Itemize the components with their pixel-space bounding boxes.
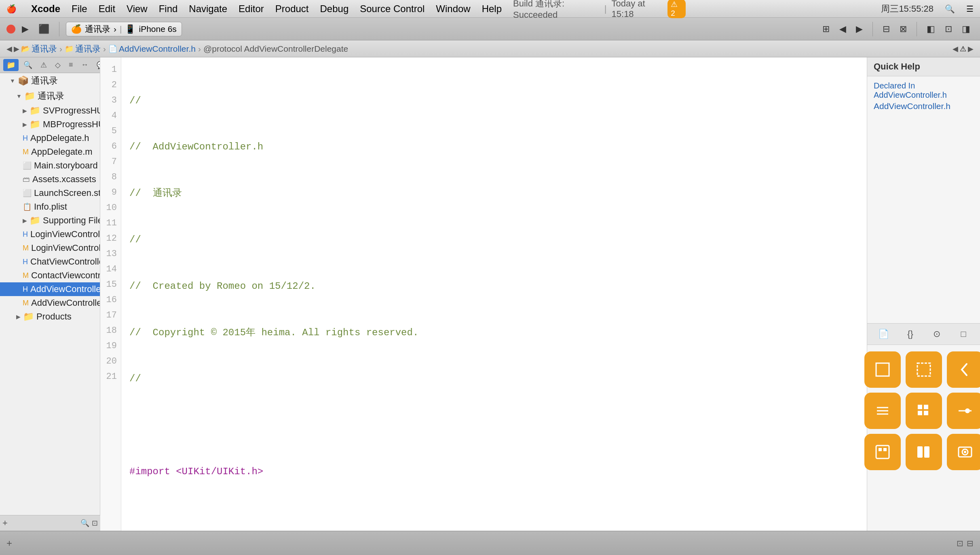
menu-file[interactable]: File xyxy=(72,3,87,15)
tab-reports[interactable]: 💬 xyxy=(93,59,100,71)
forward-button[interactable]: ▶ xyxy=(853,22,866,36)
hide-navigator-button[interactable]: ◧ xyxy=(923,22,938,36)
menu-window[interactable]: Window xyxy=(436,3,470,15)
ui-element-2[interactable] xyxy=(906,351,942,388)
square-icon xyxy=(874,361,891,378)
menu-editor[interactable]: Editor xyxy=(239,3,264,15)
attributes-inspector-icon[interactable]: □ xyxy=(955,327,972,341)
split-view-button[interactable]: ⊟ xyxy=(879,22,893,36)
bottom-split-toggle[interactable]: ⊟ xyxy=(967,538,974,548)
sidebar-item-launch[interactable]: ⬜ LaunchScreen.storyboard xyxy=(0,186,100,200)
project-icon: 📦 xyxy=(18,76,29,86)
breadcrumb-item-1[interactable]: 通讯录 xyxy=(32,43,57,55)
sidebar-item-infoplist[interactable]: 📋 Info.plist xyxy=(0,200,100,214)
sidebar-item-mainstoryboard[interactable]: ⬜ Main.storyboard xyxy=(0,159,100,172)
sidebar-bottom-bar: + 🔍 ⊡ xyxy=(0,515,100,531)
breadcrumb-item-3[interactable]: AddViewController.h xyxy=(119,44,196,54)
tab-search[interactable]: 🔍 xyxy=(20,59,36,71)
svg-rect-1 xyxy=(917,363,930,376)
line-num-13: 13 xyxy=(100,246,121,262)
apple-menu[interactable]: 🍎 xyxy=(6,4,17,14)
menu-help[interactable]: Help xyxy=(482,3,502,15)
menu-view[interactable]: View xyxy=(127,3,148,15)
main-layout: 📁 🔍 ⚠ ◇ ≡ ↔ 💬 ▼ 📦 通讯录 ▼ 📁 通讯录 ▶ 📁 SVProg… xyxy=(0,57,980,531)
line-num-1: 1 xyxy=(100,62,121,78)
line-num-10: 10 xyxy=(100,200,121,216)
menu-source-control[interactable]: Source Control xyxy=(360,3,425,15)
ui-element-8[interactable] xyxy=(906,434,942,470)
code-editor[interactable]: 1 2 3 4 5 6 7 8 9 10 11 12 13 14 15 16 1… xyxy=(100,57,867,531)
tab-issues[interactable]: ⚠ xyxy=(37,59,50,71)
tab-folder[interactable]: 📁 xyxy=(3,59,19,71)
menu-edit[interactable]: Edit xyxy=(99,3,115,15)
menu-product[interactable]: Product xyxy=(275,3,309,15)
menubar-list-icon[interactable]: ☰ xyxy=(966,4,974,14)
dashed-square-icon xyxy=(915,361,933,378)
breadcrumb-sep-1: › xyxy=(59,44,62,54)
navigator-toggle[interactable]: ⊞ xyxy=(819,22,833,36)
assistant-button[interactable]: ⊠ xyxy=(896,22,910,36)
menubar-search-icon[interactable]: 🔍 xyxy=(945,4,955,14)
sidebar-item-mbprogress[interactable]: ▶ 📁 MBProgressHUD xyxy=(0,118,100,131)
file-inspector-icon[interactable]: 📄 xyxy=(875,327,893,341)
stop-button[interactable] xyxy=(6,25,15,34)
breadcrumb-next-btn[interactable]: ▶ xyxy=(968,44,974,53)
sidebar-item-addvc-m[interactable]: M AddViewController.m xyxy=(0,296,100,310)
line-num-6: 6 xyxy=(100,139,121,154)
sidebar-item-supporting[interactable]: ▶ 📁 Supporting Files xyxy=(0,214,100,227)
ui-element-7[interactable] xyxy=(864,434,901,470)
ui-element-1[interactable] xyxy=(864,351,901,388)
sidebar-item-addvc-h[interactable]: H AddViewController.h xyxy=(0,282,100,296)
sidebar-item-products[interactable]: ▶ 📁 Products xyxy=(0,310,100,324)
breadcrumb-forward[interactable]: ▶ xyxy=(14,44,19,53)
hide-inspector-button[interactable]: ◨ xyxy=(959,22,974,36)
code-area[interactable]: 1 2 3 4 5 6 7 8 9 10 11 12 13 14 15 16 1… xyxy=(100,57,867,531)
tab-tests[interactable]: ◇ xyxy=(52,59,64,71)
sidebar-item-assets[interactable]: 🗃 Assets.xcassets xyxy=(0,172,100,186)
sidebar-item-contactvc-m[interactable]: M ContactViewcontroller.m xyxy=(0,269,100,282)
identity-inspector-icon[interactable]: ⊙ xyxy=(928,327,946,341)
sidebar-item-svprogress[interactable]: ▶ 📁 SVProgressHUD xyxy=(0,104,100,118)
sidebar-item-loginvc-h[interactable]: H LoginViewController.h xyxy=(0,227,100,241)
breadcrumb-item-2[interactable]: 通讯录 xyxy=(75,43,101,55)
sidebar-filter-button[interactable]: 🔍 xyxy=(80,519,89,528)
ui-element-3[interactable] xyxy=(947,351,980,388)
menu-navigate[interactable]: Navigate xyxy=(189,3,227,15)
sidebar-sort-button[interactable]: ⊡ xyxy=(92,519,98,528)
code-content[interactable]: // // AddViewController.h // 通讯录 // // C… xyxy=(121,57,867,531)
declared-in-file[interactable]: AddViewController.h xyxy=(874,90,947,99)
inspector-icon-bar: 📄 {} ⊙ □ xyxy=(867,324,980,345)
breadcrumb-prev-btn[interactable]: ◀ xyxy=(953,44,958,53)
back-button[interactable]: ◀ xyxy=(836,22,849,36)
menu-xcode[interactable]: Xcode xyxy=(31,3,60,15)
tab-debug[interactable]: ≡ xyxy=(65,59,76,71)
declared-in-link[interactable]: AddViewController.h xyxy=(874,101,974,111)
tab-breakpoints[interactable]: ↔ xyxy=(78,59,92,71)
run-button[interactable]: ▶ xyxy=(19,22,32,36)
scheme-selector[interactable]: 🍊 通讯录 › | 📱 iPhone 6s xyxy=(66,22,182,36)
ui-element-6[interactable] xyxy=(947,393,980,429)
bottom-inspector-toggle[interactable]: ⊡ xyxy=(957,538,963,548)
menu-debug[interactable]: Debug xyxy=(320,3,349,15)
menu-find[interactable]: Find xyxy=(159,3,178,15)
code-line-2: // AddViewController.h xyxy=(129,140,859,155)
debug-add-button[interactable]: + xyxy=(6,538,12,549)
breadcrumb-back[interactable]: ◀ xyxy=(6,44,12,53)
ui-element-9[interactable] xyxy=(947,434,980,470)
quick-help-icon[interactable]: {} xyxy=(902,327,919,341)
sidebar-item-appdelegate-m[interactable]: M AppDelegate.m xyxy=(0,145,100,159)
sidebar-item-chatvc-h[interactable]: H ChatViewController.h xyxy=(0,255,100,269)
code-line-7: // xyxy=(129,371,859,387)
stop-square-button[interactable]: ⬛ xyxy=(35,22,53,36)
breadcrumb-item-4[interactable]: @protocol AddViewControllerDelegate xyxy=(203,44,348,54)
sidebar-item-appdelegate-h[interactable]: H AppDelegate.h xyxy=(0,131,100,145)
svg-rect-14 xyxy=(917,446,923,458)
sidebar-item-loginvc-m[interactable]: M LoginViewController.m xyxy=(0,241,100,255)
ui-element-4[interactable] xyxy=(864,393,901,429)
add-file-button[interactable]: + xyxy=(2,518,8,528)
sidebar-item-root[interactable]: ▼ 📦 通讯录 xyxy=(0,73,100,88)
ui-element-5[interactable] xyxy=(906,393,942,429)
sidebar-item-group[interactable]: ▼ 📁 通讯录 xyxy=(0,88,100,104)
hide-debug-button[interactable]: ⊡ xyxy=(942,22,955,36)
supporting-triangle: ▶ xyxy=(23,217,27,224)
